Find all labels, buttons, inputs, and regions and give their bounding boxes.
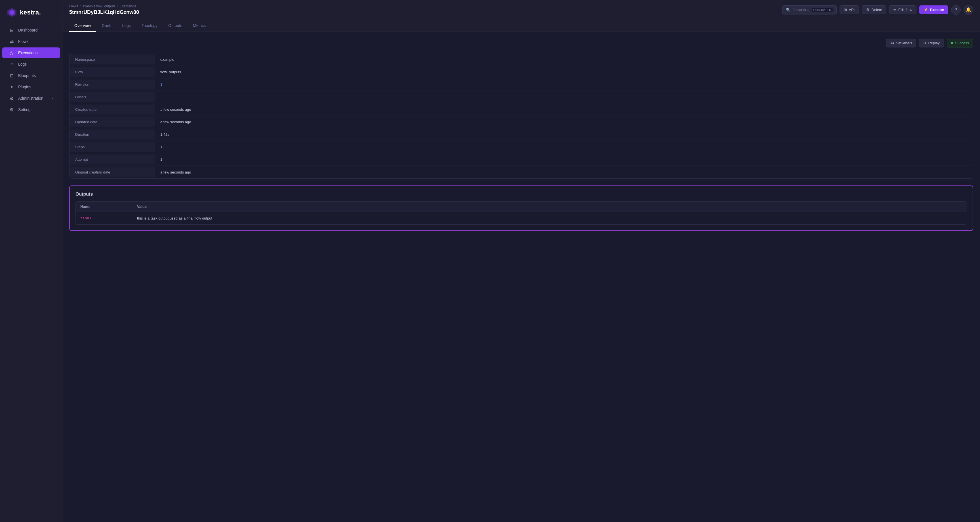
breadcrumb-flow-name[interactable]: example.flow_outputs bbox=[83, 4, 116, 8]
page-header: Flows / example.flow_outputs / Execution… bbox=[62, 0, 980, 20]
replay-button[interactable]: ↺ Replay bbox=[919, 38, 944, 48]
outputs-row-final: final this is a task output used as a fi… bbox=[76, 212, 967, 224]
detail-label-original-creation: Original creation date bbox=[70, 167, 154, 177]
main-content: Flows / example.flow_outputs / Execution… bbox=[62, 0, 980, 522]
detail-label-namespace: Namespace bbox=[70, 54, 154, 64]
header-left: Flows / example.flow_outputs / Execution… bbox=[69, 4, 139, 15]
settings-icon: ⚙ bbox=[9, 107, 14, 112]
detail-row-steps: Steps 1 bbox=[70, 141, 973, 153]
detail-label-revision: Revision bbox=[70, 80, 154, 89]
sidebar-item-label: Settings bbox=[18, 107, 33, 112]
detail-label-flow: Flow bbox=[70, 67, 154, 77]
tab-logs[interactable]: Logs bbox=[117, 20, 136, 32]
detail-row-original-creation: Original creation date a few seconds ago bbox=[70, 166, 973, 178]
tab-overview[interactable]: Overview bbox=[69, 20, 96, 32]
sidebar-item-dashboard[interactable]: ⊞ Dashboard bbox=[2, 25, 60, 35]
outputs-col-value-header: Value bbox=[132, 202, 967, 212]
jump-shortcut: Ctrl/Cmd + K bbox=[811, 8, 833, 12]
outputs-table-header: Name Value bbox=[76, 202, 967, 212]
sidebar-item-flows[interactable]: ⇄ Flows bbox=[2, 36, 60, 47]
detail-value-flow: flow_outputs bbox=[154, 67, 973, 77]
success-badge[interactable]: Success bbox=[947, 38, 973, 48]
plugins-icon: ✦ bbox=[9, 85, 14, 89]
detail-row-updated: Updated date a few seconds ago bbox=[70, 116, 973, 128]
page-title: 5tmnrUDyBJLK1qHdGznw00 bbox=[69, 10, 139, 15]
help-icon: ? bbox=[955, 7, 957, 13]
chevron-right-icon: › bbox=[52, 97, 53, 100]
action-bar: 🏷 Set labels ↺ Replay Success bbox=[69, 38, 973, 48]
sidebar-item-settings[interactable]: ⚙ Settings bbox=[2, 104, 60, 115]
sidebar-item-blueprints[interactable]: ⊡ Blueprints bbox=[2, 70, 60, 81]
detail-value-original-creation: a few seconds ago bbox=[154, 167, 973, 177]
notifications-button[interactable]: 🔔 bbox=[964, 5, 973, 15]
edit-flow-label: Edit flow bbox=[898, 8, 912, 12]
executions-icon: ◎ bbox=[9, 50, 14, 55]
kestra-logo-icon bbox=[7, 7, 17, 18]
edit-flow-button[interactable]: ✏ Edit flow bbox=[889, 5, 916, 14]
detail-label-duration: Duration bbox=[70, 129, 154, 139]
blueprints-icon: ⊡ bbox=[9, 73, 14, 78]
detail-value-steps: 1 bbox=[154, 142, 973, 152]
tab-topology[interactable]: Topology bbox=[137, 20, 162, 32]
execute-label: Execute bbox=[930, 8, 944, 12]
breadcrumb-sep-1: / bbox=[80, 4, 81, 8]
outputs-title: Outputs bbox=[75, 192, 967, 197]
sidebar-item-label: Plugins bbox=[18, 85, 31, 89]
tab-outputs[interactable]: Outputs bbox=[163, 20, 187, 32]
set-labels-button[interactable]: 🏷 Set labels bbox=[886, 38, 916, 48]
edit-icon: ✏ bbox=[894, 8, 897, 12]
tab-gantt[interactable]: Gantt bbox=[97, 20, 116, 32]
trash-icon: 🗑 bbox=[866, 8, 870, 12]
administration-icon: ⚙ bbox=[9, 96, 14, 101]
detail-label-attempt: Attempt bbox=[70, 155, 154, 164]
output-name-final: final bbox=[76, 213, 132, 223]
jump-to-label: Jump to... bbox=[793, 8, 809, 12]
detail-value-created: a few seconds ago bbox=[154, 104, 973, 115]
detail-value-revision[interactable]: 1 bbox=[154, 80, 973, 89]
flows-icon: ⇄ bbox=[9, 39, 14, 44]
sidebar-item-label: Administration bbox=[18, 96, 43, 101]
execute-button[interactable]: ⚡ Execute bbox=[919, 5, 948, 14]
tab-bar: Overview Gantt Logs Topology Outputs Met… bbox=[62, 20, 980, 32]
breadcrumb-sep-2: / bbox=[117, 4, 118, 8]
header-actions: 🔍 Jump to... Ctrl/Cmd + K ⊞ API 🗑 Delete… bbox=[782, 5, 973, 15]
detail-label-updated: Updated date bbox=[70, 117, 154, 127]
sidebar-item-executions[interactable]: ◎ Executions bbox=[2, 48, 60, 58]
breadcrumb: Flows / example.flow_outputs / Execution… bbox=[69, 4, 139, 8]
sidebar-item-plugins[interactable]: ✦ Plugins bbox=[2, 81, 60, 92]
detail-value-updated: a few seconds ago bbox=[154, 117, 973, 127]
detail-row-attempt: Attempt 1 bbox=[70, 153, 973, 166]
sidebar-item-logs[interactable]: ≡ Logs bbox=[2, 59, 60, 70]
detail-value-attempt: 1 bbox=[154, 155, 973, 164]
tab-metrics[interactable]: Metrics bbox=[188, 20, 211, 32]
outputs-table: Name Value final this is a task output u… bbox=[75, 201, 967, 225]
bell-icon: 🔔 bbox=[966, 7, 971, 13]
api-label: API bbox=[849, 8, 854, 12]
detail-label-steps: Steps bbox=[70, 142, 154, 152]
search-icon: 🔍 bbox=[786, 8, 791, 12]
help-button[interactable]: ? bbox=[951, 5, 961, 15]
detail-value-namespace: example bbox=[154, 54, 973, 64]
breadcrumb-flows[interactable]: Flows bbox=[69, 4, 78, 8]
outputs-col-name-header: Name bbox=[76, 202, 132, 212]
success-label: Success bbox=[955, 41, 969, 45]
detail-row-labels: Labels bbox=[70, 91, 973, 104]
outputs-section: Outputs Name Value final this is a task … bbox=[69, 185, 973, 231]
detail-row-revision: Revision 1 bbox=[70, 78, 973, 91]
sidebar-item-label: Blueprints bbox=[18, 73, 36, 78]
sidebar-item-label: Executions bbox=[18, 51, 37, 55]
sidebar-item-administration[interactable]: ⚙ Administration › bbox=[2, 93, 60, 104]
detail-row-duration: Duration 1.42s bbox=[70, 128, 973, 141]
replay-label: Replay bbox=[928, 41, 939, 45]
jump-to-button[interactable]: 🔍 Jump to... Ctrl/Cmd + K bbox=[782, 5, 837, 14]
logs-icon: ≡ bbox=[9, 62, 14, 67]
detail-row-flow: Flow flow_outputs bbox=[70, 66, 973, 78]
set-labels-label: Set labels bbox=[896, 41, 912, 45]
sidebar-item-label: Dashboard bbox=[18, 28, 38, 32]
detail-value-duration: 1.42s bbox=[154, 129, 973, 139]
labels-icon: 🏷 bbox=[890, 41, 894, 45]
dashboard-icon: ⊞ bbox=[9, 27, 14, 33]
delete-button[interactable]: 🗑 Delete bbox=[862, 5, 886, 14]
api-button[interactable]: ⊞ API bbox=[840, 5, 859, 14]
api-icon: ⊞ bbox=[844, 8, 847, 12]
